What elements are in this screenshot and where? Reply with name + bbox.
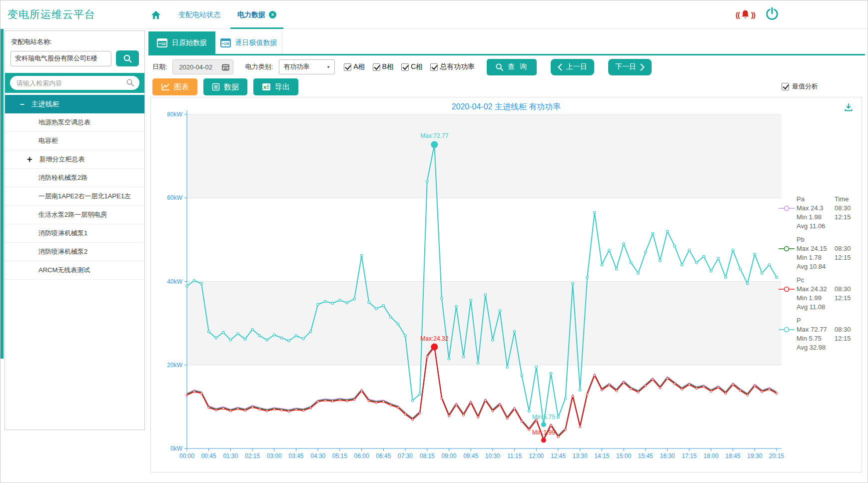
svg-text:09:45: 09:45 xyxy=(463,453,478,460)
legend-stat-time: 08:30 xyxy=(835,325,860,334)
tab-station-status[interactable]: 变配电站状态 xyxy=(178,0,220,29)
checkbox-label: B相 xyxy=(382,62,394,71)
date-picker[interactable]: 2020-04-02 xyxy=(172,59,233,74)
svg-text:19:30: 19:30 xyxy=(747,453,762,460)
legend-entry: PaTimeMax 24.308:30Min 1.9812:15Avg 11.0… xyxy=(779,195,861,231)
tree-item[interactable]: ARCM无线表测试 xyxy=(5,261,144,280)
tree-item[interactable]: 电容柜 xyxy=(5,132,144,150)
checkbox[interactable] xyxy=(401,63,409,71)
legend-stat-time: 12:15 xyxy=(835,253,860,262)
tree-item[interactable]: 消防栓机械泵2路 xyxy=(5,169,144,187)
top-nav: 变配电站状态 电力数据 × xyxy=(150,0,276,29)
collapse-icon[interactable]: − xyxy=(20,100,24,108)
tree-item[interactable]: 消防喷淋机械泵1 xyxy=(5,224,144,243)
svg-text:08:15: 08:15 xyxy=(420,453,435,460)
subtab-daily-extremes[interactable]: +1M 逐日极值数据 xyxy=(215,31,282,54)
legend-stat: Min 1.78 xyxy=(797,253,835,262)
checkbox-label: C相 xyxy=(411,62,423,71)
svg-text:15:45: 15:45 xyxy=(638,453,653,460)
chart-view-button[interactable]: 图表 xyxy=(152,78,197,95)
tree-item[interactable]: 消防喷淋机械泵2 xyxy=(5,243,144,261)
app-root: 变电所运维云平台 变配电站状态 电力数据 × (()) 变配电站名称: xyxy=(0,0,868,483)
chevron-left-icon xyxy=(558,63,562,71)
tree-search-input[interactable] xyxy=(10,76,139,90)
legend-stat-time: 12:15 xyxy=(835,294,860,303)
legend-series-name: Pc xyxy=(797,276,835,285)
header: 变电所运维云平台 变配电站状态 电力数据 × (()) xyxy=(0,0,868,29)
legend-stat-time: 08:30 xyxy=(835,244,860,253)
power-category-select[interactable]: 有功功率 ▼ xyxy=(279,59,335,74)
checkbox-item[interactable]: C相 xyxy=(401,62,423,71)
tree-item-label: 消防喷淋机械泵1 xyxy=(38,229,87,238)
calendar-1m-icon: +1M xyxy=(220,38,231,47)
svg-text:Min:1.99: Min:1.99 xyxy=(532,429,555,436)
tree-item-label: 电容柜 xyxy=(38,136,58,145)
chart-legend: PaTimeMax 24.308:30Min 1.9812:15Avg 11.0… xyxy=(779,195,861,357)
tree-item[interactable]: −主进线柜 xyxy=(5,95,144,113)
svg-text:16:30: 16:30 xyxy=(660,453,675,460)
calendar-icon[interactable] xyxy=(219,60,233,74)
legend-stat: Avg 10.84 xyxy=(797,262,835,271)
legend-stat: Min 1.98 xyxy=(797,213,835,222)
power-category-label: 电力类别: xyxy=(245,62,273,71)
search-icon xyxy=(123,54,132,63)
data-subtabs: +1d 日原始数据 +1M 逐日极值数据 xyxy=(148,31,865,55)
legend-stat: Min 1.99 xyxy=(797,294,835,303)
checkbox-label: 总有功功率 xyxy=(440,62,475,71)
data-view-button[interactable]: 数据 xyxy=(203,78,247,95)
expand-icon[interactable]: + xyxy=(27,154,32,165)
tree-item[interactable]: 生活水泵2路一层弱电房 xyxy=(5,206,144,224)
legend-marker-icon xyxy=(779,246,795,252)
data-list-icon xyxy=(212,83,220,91)
svg-text:04:30: 04:30 xyxy=(310,453,325,460)
tab-power-data[interactable]: 电力数据 × xyxy=(237,0,276,29)
checkbox[interactable] xyxy=(344,63,351,71)
query-button[interactable]: 查 询 xyxy=(487,59,537,75)
svg-text:11:15: 11:15 xyxy=(507,453,522,460)
search-icon[interactable] xyxy=(126,78,134,89)
checkbox[interactable] xyxy=(430,63,438,71)
tree-search-strip xyxy=(5,73,144,93)
legend-stat: Min 5.75 xyxy=(797,334,835,343)
svg-text:06:00: 06:00 xyxy=(354,453,369,460)
power-icon[interactable] xyxy=(765,7,779,23)
header-icons: (()) xyxy=(736,0,779,29)
view-buttons-row: 图表 数据 X 导出 xyxy=(152,78,298,95)
next-day-button[interactable]: 下一日 xyxy=(608,59,652,75)
tree-item[interactable]: +新增分立柜总表 xyxy=(5,150,144,169)
extreme-analysis-toggle[interactable]: 最值分析 xyxy=(782,82,818,91)
station-search-row xyxy=(5,50,144,66)
previous-day-button[interactable]: 上一日 xyxy=(551,59,594,75)
legend-stat: Max 72.77 xyxy=(797,325,835,334)
checkbox-item[interactable]: 总有功功率 xyxy=(430,62,475,71)
svg-text:01:30: 01:30 xyxy=(223,453,238,460)
svg-text:40kW: 40kW xyxy=(167,278,182,285)
svg-text:12:45: 12:45 xyxy=(551,453,566,460)
legend-entry: PcMax 24.3208:30Min 1.9912:15Avg 11.08 xyxy=(779,276,861,312)
export-button[interactable]: X 导出 xyxy=(253,78,298,95)
home-icon[interactable] xyxy=(150,10,161,20)
svg-text:09:00: 09:00 xyxy=(441,453,456,460)
station-search-button[interactable] xyxy=(116,50,139,66)
station-name-input[interactable] xyxy=(10,51,111,66)
tree-item[interactable]: 地源热泵空调总表 xyxy=(5,113,144,132)
tree-item-label: 消防栓机械泵2路 xyxy=(38,173,87,182)
sidebar: 变配电站名称: −主进线柜地源热泵空调总表电容柜+新增分立柜总表消防栓机械泵2路… xyxy=(4,30,145,430)
checkbox-item[interactable]: B相 xyxy=(373,62,394,71)
svg-text:03:45: 03:45 xyxy=(289,453,304,460)
legend-series-name: Pb xyxy=(797,235,835,244)
legend-stat: Avg 11.08 xyxy=(797,303,835,312)
checkbox-item[interactable]: A相 xyxy=(344,62,365,71)
svg-text:Max:24.32: Max:24.32 xyxy=(420,335,448,342)
alarm-bell-icon[interactable]: (()) xyxy=(736,8,755,21)
svg-text:20kW: 20kW xyxy=(167,362,182,369)
legend-stat: Max 24.15 xyxy=(797,244,835,253)
tree-item[interactable]: 一层南1APE2右一层北1APE1左 xyxy=(5,187,144,206)
close-tab-icon[interactable]: × xyxy=(269,11,276,18)
checkbox[interactable] xyxy=(373,63,380,71)
legend-stat: Avg 32.98 xyxy=(797,343,835,352)
subtab-daily-raw-data[interactable]: +1d 日原始数据 xyxy=(148,31,215,54)
extreme-analysis-checkbox[interactable] xyxy=(782,83,789,90)
svg-text:02:15: 02:15 xyxy=(245,453,260,460)
tree-item-label: ARCM无线表测试 xyxy=(38,266,90,275)
